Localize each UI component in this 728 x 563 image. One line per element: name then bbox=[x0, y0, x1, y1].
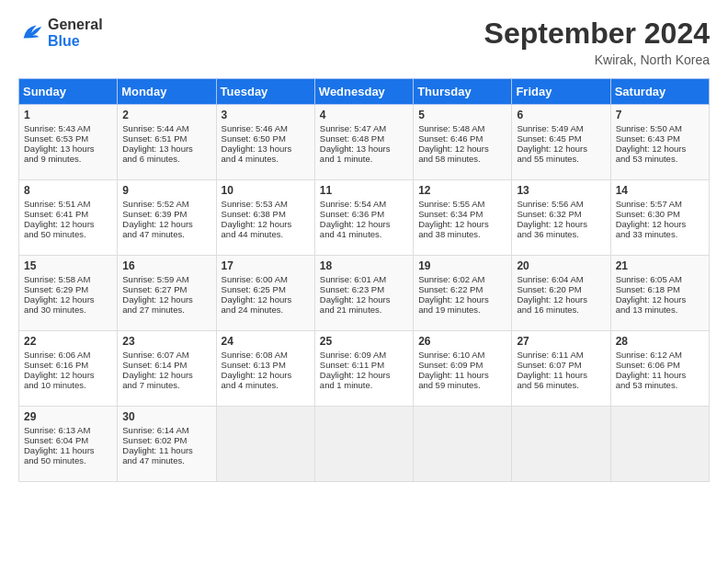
calendar-cell: 30Sunrise: 6:14 AMSunset: 6:02 PMDayligh… bbox=[118, 407, 216, 482]
day-number: 22 bbox=[24, 335, 112, 348]
day-info-line: and 19 minutes. bbox=[418, 304, 506, 315]
day-number: 29 bbox=[24, 410, 112, 423]
calendar-cell: 17Sunrise: 6:00 AMSunset: 6:25 PMDayligh… bbox=[216, 256, 314, 331]
day-number: 18 bbox=[320, 259, 408, 272]
day-info-line: Sunset: 6:29 PM bbox=[24, 284, 112, 294]
day-number: 21 bbox=[616, 259, 704, 272]
day-info-line: Daylight: 12 hours bbox=[122, 294, 210, 304]
calendar-row: 8Sunrise: 5:51 AMSunset: 6:41 PMDaylight… bbox=[19, 180, 710, 256]
calendar-cell: 23Sunrise: 6:07 AMSunset: 6:14 PMDayligh… bbox=[118, 331, 216, 407]
calendar-cell: 28Sunrise: 6:12 AMSunset: 6:06 PMDayligh… bbox=[610, 331, 709, 407]
header-saturday: Saturday bbox=[610, 79, 709, 105]
day-info-line: Sunset: 6:53 PM bbox=[24, 133, 112, 144]
day-info-line: Daylight: 13 hours bbox=[320, 144, 408, 154]
day-number: 28 bbox=[616, 335, 704, 348]
calendar-cell: 24Sunrise: 6:08 AMSunset: 6:13 PMDayligh… bbox=[216, 331, 314, 407]
day-info-line: and 24 minutes. bbox=[222, 304, 310, 315]
header-friday: Friday bbox=[512, 79, 610, 105]
logo-icon bbox=[18, 20, 44, 46]
calendar-cell: 21Sunrise: 6:05 AMSunset: 6:18 PMDayligh… bbox=[610, 256, 709, 331]
day-info-line: Sunrise: 5:58 AM bbox=[24, 274, 112, 284]
day-info-line: and 27 minutes. bbox=[122, 304, 210, 315]
day-info-line: Daylight: 12 hours bbox=[517, 294, 605, 304]
day-info-line: Daylight: 12 hours bbox=[616, 219, 704, 229]
title-block: September 2024 Kwirak, North Korea bbox=[484, 17, 710, 67]
day-number: 6 bbox=[517, 109, 605, 121]
day-number: 3 bbox=[222, 109, 310, 121]
day-number: 23 bbox=[122, 335, 210, 348]
day-number: 9 bbox=[122, 184, 210, 197]
day-info-line: Sunrise: 5:54 AM bbox=[320, 199, 408, 209]
calendar-cell: 29Sunrise: 6:13 AMSunset: 6:04 PMDayligh… bbox=[19, 407, 118, 482]
day-info-line: Daylight: 12 hours bbox=[418, 294, 506, 304]
day-number: 7 bbox=[616, 109, 704, 121]
day-info-line: and 59 minutes. bbox=[418, 380, 506, 390]
day-info-line: Sunset: 6:20 PM bbox=[517, 284, 605, 294]
day-number: 27 bbox=[517, 335, 605, 348]
day-info-line: Daylight: 12 hours bbox=[222, 219, 310, 229]
day-info-line: and 47 minutes. bbox=[122, 455, 210, 465]
calendar-row: 1Sunrise: 5:43 AMSunset: 6:53 PMDaylight… bbox=[19, 105, 710, 180]
day-info-line: and 47 minutes. bbox=[122, 229, 210, 239]
day-info-line: Sunset: 6:51 PM bbox=[122, 133, 210, 144]
day-info-line: Sunrise: 6:14 AM bbox=[122, 425, 210, 435]
day-info-line: and 50 minutes. bbox=[24, 229, 112, 239]
calendar-cell: 25Sunrise: 6:09 AMSunset: 6:11 PMDayligh… bbox=[314, 331, 413, 407]
day-info-line: Sunrise: 5:48 AM bbox=[418, 123, 506, 133]
day-info-line: Sunrise: 5:50 AM bbox=[616, 123, 704, 133]
day-info-line: Sunrise: 5:57 AM bbox=[616, 199, 704, 209]
calendar-cell bbox=[216, 407, 314, 482]
day-info-line: Sunrise: 5:47 AM bbox=[320, 123, 408, 133]
day-info-line: Sunrise: 5:51 AM bbox=[24, 199, 112, 209]
day-info-line: Sunrise: 6:11 AM bbox=[517, 350, 605, 360]
day-number: 10 bbox=[222, 184, 310, 197]
calendar-cell: 12Sunrise: 5:55 AMSunset: 6:34 PMDayligh… bbox=[414, 180, 512, 256]
day-info-line: Sunset: 6:46 PM bbox=[418, 133, 506, 144]
calendar-cell: 27Sunrise: 6:11 AMSunset: 6:07 PMDayligh… bbox=[512, 331, 610, 407]
calendar-table: Sunday Monday Tuesday Wednesday Thursday… bbox=[18, 78, 710, 482]
day-info-line: and 1 minute. bbox=[320, 154, 408, 164]
day-number: 15 bbox=[24, 259, 112, 272]
day-info-line: Daylight: 12 hours bbox=[418, 219, 506, 229]
calendar-cell: 11Sunrise: 5:54 AMSunset: 6:36 PMDayligh… bbox=[314, 180, 413, 256]
day-info-line: Daylight: 12 hours bbox=[122, 219, 210, 229]
day-info-line: and 53 minutes. bbox=[616, 380, 704, 390]
calendar-cell: 7Sunrise: 5:50 AMSunset: 6:43 PMDaylight… bbox=[610, 105, 709, 180]
day-info-line: Sunrise: 6:05 AM bbox=[616, 274, 704, 284]
day-info-line: Sunrise: 6:04 AM bbox=[517, 274, 605, 284]
day-info-line: Daylight: 13 hours bbox=[24, 144, 112, 154]
logo: General Blue bbox=[18, 17, 103, 49]
day-info-line: Daylight: 11 hours bbox=[616, 370, 704, 380]
day-info-line: Sunset: 6:30 PM bbox=[616, 209, 704, 219]
day-info-line: Sunset: 6:50 PM bbox=[222, 133, 310, 144]
day-info-line: and 4 minutes. bbox=[222, 154, 310, 164]
day-info-line: Daylight: 11 hours bbox=[24, 445, 112, 455]
day-info-line: and 41 minutes. bbox=[320, 229, 408, 239]
day-number: 2 bbox=[122, 109, 210, 121]
day-info-line: and 36 minutes. bbox=[517, 229, 605, 239]
day-info-line: Sunrise: 5:43 AM bbox=[24, 123, 112, 133]
calendar-cell: 8Sunrise: 5:51 AMSunset: 6:41 PMDaylight… bbox=[19, 180, 118, 256]
calendar-cell: 1Sunrise: 5:43 AMSunset: 6:53 PMDaylight… bbox=[19, 105, 118, 180]
day-info-line: and 21 minutes. bbox=[320, 304, 408, 315]
calendar-cell: 20Sunrise: 6:04 AMSunset: 6:20 PMDayligh… bbox=[512, 256, 610, 331]
day-number: 24 bbox=[222, 335, 310, 348]
day-info-line: and 6 minutes. bbox=[122, 154, 210, 164]
day-info-line: Daylight: 11 hours bbox=[122, 445, 210, 455]
day-info-line: and 56 minutes. bbox=[517, 380, 605, 390]
day-info-line: Sunset: 6:36 PM bbox=[320, 209, 408, 219]
day-number: 12 bbox=[418, 184, 506, 197]
day-number: 17 bbox=[222, 259, 310, 272]
day-number: 5 bbox=[418, 109, 506, 121]
day-info-line: Sunrise: 6:10 AM bbox=[418, 350, 506, 360]
day-number: 19 bbox=[418, 259, 506, 272]
day-number: 13 bbox=[517, 184, 605, 197]
calendar-cell: 2Sunrise: 5:44 AMSunset: 6:51 PMDaylight… bbox=[118, 105, 216, 180]
calendar-row: 29Sunrise: 6:13 AMSunset: 6:04 PMDayligh… bbox=[19, 407, 710, 482]
day-info-line: Sunrise: 6:00 AM bbox=[222, 274, 310, 284]
day-info-line: Sunrise: 6:13 AM bbox=[24, 425, 112, 435]
day-number: 16 bbox=[122, 259, 210, 272]
logo-blue: Blue bbox=[48, 33, 103, 50]
month-title: September 2024 bbox=[484, 17, 710, 51]
day-info-line: Sunset: 6:09 PM bbox=[418, 360, 506, 370]
